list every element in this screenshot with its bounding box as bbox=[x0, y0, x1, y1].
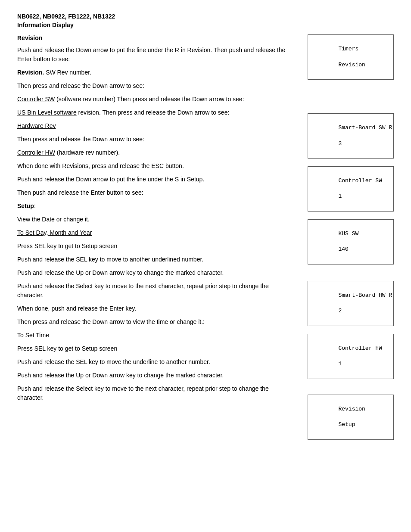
para-10: Push and release the Down arrow to put t… bbox=[17, 175, 295, 184]
para-4: Controller SW (software rev number) Then… bbox=[17, 95, 295, 104]
setup-view: View the Date or change it. bbox=[17, 215, 295, 224]
to-set-day-link: To Set Day, Month and Year bbox=[17, 228, 295, 237]
para-2-bold: Revision. bbox=[17, 69, 44, 76]
push-updown-2: Push and release the Up or Down arrow ke… bbox=[17, 371, 295, 380]
display-column: Timers Revision Smart-Board SW R 3 Contr… bbox=[308, 34, 394, 532]
to-set-time-para: To Set Time bbox=[17, 331, 295, 340]
lcd2-line2: 3 bbox=[338, 140, 342, 147]
lcd-display-5: Smart-Board HW R 2 bbox=[308, 281, 394, 326]
push-select-next-1: Push and release the Select key to move … bbox=[17, 282, 295, 300]
push-updown-1: Push and release the Up or Down arrow ke… bbox=[17, 268, 295, 277]
lcd6-line2: 1 bbox=[338, 361, 342, 367]
lcd4-line1: KUS SW bbox=[338, 230, 358, 237]
lcd7-line2: Setup bbox=[338, 421, 355, 428]
lcd6-line1: Controller HW bbox=[338, 345, 382, 352]
lcd-display-4: KUS SW 140 bbox=[308, 219, 394, 264]
lcd1-line1: Timers bbox=[338, 46, 358, 52]
lcd-display-7: Revision Setup bbox=[308, 395, 394, 440]
lcd-display-6: Controller HW 1 bbox=[308, 334, 394, 379]
press-sel-1: Press SEL key to get to Setup screen bbox=[17, 242, 295, 251]
push-sel-move: Push and release the SEL key to move to … bbox=[17, 255, 295, 264]
lcd2-line1: Smart-Board SW R bbox=[338, 124, 392, 131]
push-sel-underline: Push and release the SEL key to move the… bbox=[17, 358, 295, 367]
lcd3-line2: 1 bbox=[338, 193, 342, 199]
lcd7-line1: Revision bbox=[338, 406, 365, 412]
when-done-enter: When done, push and release the Enter ke… bbox=[17, 304, 295, 313]
us-bin-level-link: US Bin Level software bbox=[17, 109, 77, 116]
para-7: Then press and release the Down arrow to… bbox=[17, 135, 295, 144]
lcd-display-1: Timers Revision bbox=[308, 34, 394, 80]
hardware-rev-link: Hardware Rev bbox=[17, 122, 56, 129]
para-5-rest: revision. Then press and release the Dow… bbox=[77, 109, 230, 116]
setup-colon: : bbox=[34, 202, 36, 209]
para-8: Controller HW (hardware rev number). bbox=[17, 148, 295, 157]
para-9: When done with Revisions, press and rele… bbox=[17, 162, 295, 171]
para-4-rest: (software rev number) Then press and rel… bbox=[55, 96, 244, 103]
para-11: Then push and release the Enter button t… bbox=[17, 188, 295, 197]
para-6: Hardware Rev bbox=[17, 121, 295, 131]
para-5: US Bin Level software revision. Then pre… bbox=[17, 108, 295, 117]
page-container: NB0622, NB0922, FB1222, NB1322 Informati… bbox=[17, 13, 394, 532]
doc-subtitle: Information Display bbox=[17, 22, 394, 28]
lcd5-line2: 2 bbox=[338, 308, 342, 314]
para-3: Then press and release the Down arrow to… bbox=[17, 81, 295, 90]
revision-heading: Revision bbox=[17, 34, 295, 41]
para-2: Revision. SW Rev number. bbox=[17, 68, 295, 77]
then-press-down-time: Then press and release the Down arrow to… bbox=[17, 317, 295, 327]
para-8-rest: (hardware rev number). bbox=[55, 149, 120, 156]
press-sel-2: Press SEL key to get to Setup screen bbox=[17, 344, 295, 353]
lcd-display-3: Controller SW 1 bbox=[308, 166, 394, 212]
doc-title: NB0622, NB0922, FB1222, NB1322 bbox=[17, 13, 394, 20]
lcd-display-2: Smart-Board SW R 3 bbox=[308, 113, 394, 159]
setup-heading-para: Setup: bbox=[17, 202, 295, 211]
to-set-day-month-year: To Set Day, Month and Year bbox=[17, 229, 92, 236]
text-column: Revision Push and release the Down arrow… bbox=[17, 34, 299, 532]
controller-hw-link: Controller HW bbox=[17, 149, 55, 156]
para-1: Push and release the Down arrow to put t… bbox=[17, 46, 295, 64]
to-set-time-link: To Set Time bbox=[17, 332, 49, 339]
lcd1-line2: Revision bbox=[338, 62, 365, 68]
lcd4-line2: 140 bbox=[338, 246, 348, 252]
push-select-next-2: Push and release the Select key to move … bbox=[17, 384, 295, 402]
lcd5-line1: Smart-Board HW R bbox=[338, 292, 392, 299]
setup-heading: Setup bbox=[17, 202, 34, 209]
lcd3-line1: Controller SW bbox=[338, 177, 382, 184]
controller-sw-link: Controller SW bbox=[17, 96, 55, 103]
para-2-rest: SW Rev number. bbox=[44, 69, 91, 76]
